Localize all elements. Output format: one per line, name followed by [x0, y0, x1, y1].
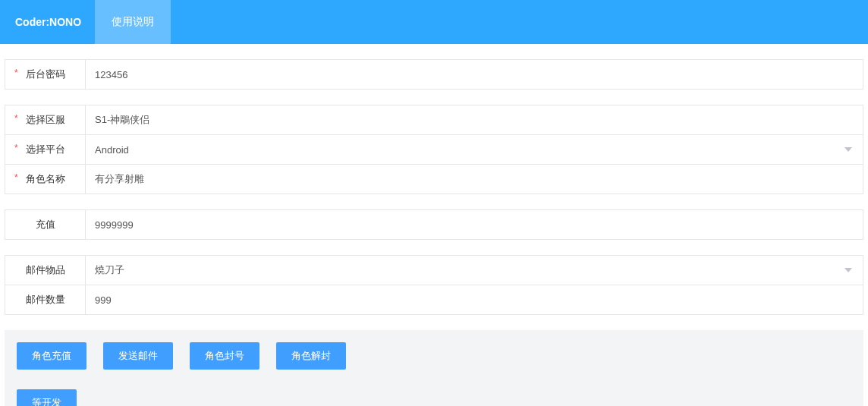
label-mail-item: 邮件物品	[5, 256, 86, 285]
label-password: 后台密码	[5, 60, 86, 89]
row-platform: 选择平台 Android	[5, 134, 863, 165]
platform-value: Android	[95, 144, 129, 156]
cell-recharge	[86, 210, 863, 239]
input-recharge[interactable]	[95, 211, 854, 238]
action-row-1: 角色充值 发送邮件 角色封号 角色解封	[17, 342, 851, 370]
row-mail-qty: 邮件数量	[5, 285, 863, 315]
select-mail-item[interactable]: 燒刀子	[86, 256, 863, 285]
action-bar: 角色充值 发送邮件 角色封号 角色解封 等开发	[5, 330, 863, 406]
row-role: 角色名称	[5, 164, 863, 194]
recharge-button[interactable]: 角色充值	[17, 342, 86, 370]
input-password[interactable]	[95, 61, 854, 88]
row-server: 选择区服	[5, 105, 863, 135]
group-password: 后台密码	[0, 59, 868, 90]
action-row-2: 等开发	[17, 389, 851, 406]
label-recharge: 充值	[5, 210, 86, 239]
row-recharge: 充值	[5, 209, 863, 240]
send-mail-button[interactable]: 发送邮件	[103, 342, 173, 370]
label-server: 选择区服	[5, 105, 86, 134]
input-mail-qty[interactable]	[95, 286, 854, 313]
row-mail-item: 邮件物品 燒刀子	[5, 255, 863, 285]
label-role: 角色名称	[5, 165, 86, 194]
group-recharge: 充值	[0, 209, 868, 240]
top-bar: Coder:NONO 使用说明	[0, 0, 868, 44]
mail-item-value: 燒刀子	[95, 263, 124, 277]
group-role-info: 选择区服 选择平台 Android 角色名称	[0, 105, 868, 194]
cell-role	[86, 165, 863, 194]
tab-instructions[interactable]: 使用说明	[95, 0, 171, 44]
brand-label: Coder:NONO	[15, 0, 95, 44]
pending-button[interactable]: 等开发	[17, 389, 77, 406]
cell-mail-qty	[86, 285, 863, 314]
group-mail: 邮件物品 燒刀子 邮件数量	[0, 255, 868, 315]
chevron-down-icon	[844, 147, 852, 152]
row-password: 后台密码	[5, 59, 863, 90]
unban-button[interactable]: 角色解封	[276, 342, 346, 370]
cell-password	[86, 60, 863, 89]
content-area: 后台密码 选择区服 选择平台 Android 角色名称	[0, 59, 868, 406]
label-mail-qty: 邮件数量	[5, 285, 86, 314]
input-server[interactable]	[95, 106, 854, 134]
chevron-down-icon	[844, 268, 852, 272]
select-platform[interactable]: Android	[86, 135, 863, 164]
tab-instructions-label: 使用说明	[112, 15, 154, 29]
cell-server	[86, 105, 863, 134]
input-role[interactable]	[95, 165, 854, 193]
label-platform: 选择平台	[5, 135, 86, 164]
ban-button[interactable]: 角色封号	[190, 342, 259, 370]
